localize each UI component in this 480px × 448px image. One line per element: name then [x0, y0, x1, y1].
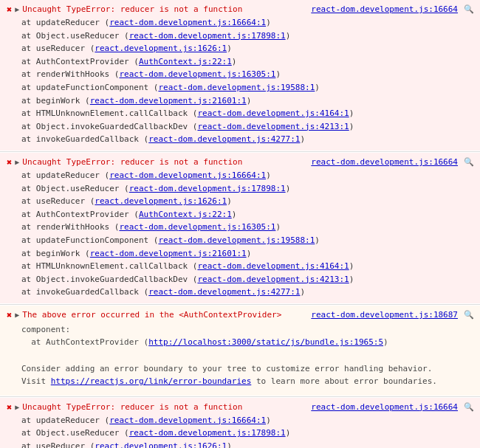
stack-line-1-1: at Object.useReducer (react-dom.developm…	[21, 30, 474, 43]
stack-link-2-2[interactable]: react.development.js:1626:1	[95, 196, 227, 206]
error-icon-2: ✖	[7, 157, 12, 168]
stack-line-1-6: at beginWork (react-dom.development.js:2…	[21, 94, 474, 108]
stack-link-1-4[interactable]: react-dom.development.js:16305:1	[119, 69, 275, 79]
stack-trace-3: at updateReducer (react-dom.development.…	[7, 414, 474, 448]
stack-link-2-8[interactable]: react-dom.development.js:4213:1	[197, 275, 349, 284]
error-title-2: Uncaught TypeError: reducer is not a fun…	[22, 157, 308, 167]
stack-line-1-4: at renderWithHooks (react-dom.developmen…	[21, 68, 474, 81]
stack-link-1-9[interactable]: react-dom.development.js:4277:1	[148, 134, 300, 144]
stack-link-2-7[interactable]: react-dom.development.js:4164:1	[197, 261, 349, 271]
info-stack-line: at AuthContextProvider (http://localhost…	[21, 337, 388, 347]
error-icon-3: ✖	[7, 402, 12, 413]
stack-line-1-3: at AuthContextProvider (AuthContext.js:2…	[21, 55, 474, 69]
stack-link-1-6[interactable]: react-dom.development.js:21601:1	[90, 96, 247, 106]
advice-text-1: Consider adding an error boundary to you…	[21, 364, 432, 373]
stack-line-2-3: at AuthContextProvider (AuthContext.js:2…	[21, 208, 474, 221]
stack-link-2-6[interactable]: react-dom.development.js:21601:1	[90, 249, 247, 258]
info-title: The above error occurred in the <AuthCon…	[22, 310, 308, 320]
stack-link-1-5[interactable]: react-dom.development.js:19588:1	[158, 83, 315, 92]
collapse-triangle-1[interactable]: ▶	[15, 5, 19, 13]
bundle-link[interactable]: http://localhost:3000/static/js/bundle.j…	[148, 337, 383, 347]
stack-link-3-0[interactable]: react-dom.development.js:16664:1	[109, 416, 266, 425]
console-panel: ✖ ▶ Uncaught TypeError: reducer is not a…	[0, 0, 480, 448]
collapse-triangle-info[interactable]: ▶	[15, 311, 19, 319]
error-icon-info: ✖	[7, 310, 12, 320]
info-source-link[interactable]: react-dom.development.js:18687	[311, 310, 458, 320]
stack-line-1-2: at useReducer (react.development.js:1626…	[21, 42, 474, 55]
collapse-triangle-2[interactable]: ▶	[15, 158, 19, 166]
stack-line-2-7: at HTMLUnknownElement.callCallback (reac…	[21, 260, 474, 273]
stack-line-2-5: at updateFunctionComponent (react-dom.de…	[21, 234, 474, 247]
collapse-triangle-3[interactable]: ▶	[15, 403, 19, 411]
divider-3	[0, 396, 480, 397]
error-source-link-1[interactable]: react-dom.development.js:16664	[311, 4, 458, 14]
stack-line-1-8: at Object.invokeGuardedCallbackDev (reac…	[21, 120, 474, 134]
stack-link-2-5[interactable]: react-dom.development.js:19588:1	[158, 235, 315, 245]
stack-link-1-0[interactable]: react-dom.development.js:16664:1	[109, 18, 266, 27]
stack-line-2-8: at Object.invokeGuardedCallbackDev (reac…	[21, 273, 474, 286]
stack-link-3-1[interactable]: react-dom.development.js:17898:1	[129, 428, 286, 438]
stack-link-1-3[interactable]: AuthContext.js:22:1	[139, 57, 232, 66]
stack-link-3-2[interactable]: react.development.js:1626:1	[95, 441, 227, 448]
stack-link-1-2[interactable]: react.development.js:1626:1	[95, 44, 227, 53]
error-block-2: ✖ ▶ Uncaught TypeError: reducer is not a…	[0, 153, 480, 303]
info-block-1: ✖ ▶ The above error occurred in the <Aut…	[0, 306, 480, 396]
stack-link-2-0[interactable]: react-dom.development.js:16664:1	[109, 170, 266, 180]
error-source-link-3[interactable]: react-dom.development.js:16664	[311, 402, 458, 412]
error-source-link-2[interactable]: react-dom.development.js:16664	[311, 157, 458, 167]
info-body: component: at AuthContextProvider (http:…	[7, 320, 474, 391]
stack-line-1-9: at invokeGuardedCallback (react-dom.deve…	[21, 133, 474, 146]
stack-link-1-1[interactable]: react-dom.development.js:17898:1	[129, 31, 286, 41]
component-label: component:	[21, 325, 70, 334]
error-icon-1: ✖	[7, 4, 12, 15]
stack-link-1-7[interactable]: react-dom.development.js:4164:1	[197, 108, 349, 118]
stack-link-2-1[interactable]: react-dom.development.js:17898:1	[129, 184, 286, 193]
divider-2	[0, 304, 480, 305]
stack-line-3-2: at useReducer (react.development.js:1626…	[21, 440, 474, 448]
error-block-3: ✖ ▶ Uncaught TypeError: reducer is not a…	[0, 398, 480, 448]
stack-line-2-9: at invokeGuardedCallback (react-dom.deve…	[21, 286, 474, 299]
stack-line-2-2: at useReducer (react.development.js:1626…	[21, 195, 474, 208]
stack-link-2-4[interactable]: react-dom.development.js:16305:1	[119, 222, 275, 232]
stack-link-2-3[interactable]: AuthContext.js:22:1	[139, 210, 232, 219]
advice-suffix: to learn more about error boundaries.	[251, 376, 437, 386]
stack-line-1-0: at updateReducer (react-dom.development.…	[21, 16, 474, 30]
search-icon-info[interactable]: 🔍	[464, 310, 474, 320]
error-block-1: ✖ ▶ Uncaught TypeError: reducer is not a…	[0, 0, 480, 151]
stack-line-2-1: at Object.useReducer (react-dom.developm…	[21, 182, 474, 196]
stack-trace-1: at updateReducer (react-dom.development.…	[7, 16, 474, 146]
stack-line-3-1: at Object.useReducer (react-dom.developm…	[21, 427, 474, 440]
stack-line-2-4: at renderWithHooks (react-dom.developmen…	[21, 221, 474, 234]
stack-line-1-5: at updateFunctionComponent (react-dom.de…	[21, 81, 474, 94]
stack-line-3-0: at updateReducer (react-dom.development.…	[21, 414, 474, 427]
search-icon-2[interactable]: 🔍	[464, 157, 474, 167]
stack-line-2-0: at updateReducer (react-dom.development.…	[21, 169, 474, 182]
error-title-3: Uncaught TypeError: reducer is not a fun…	[22, 402, 308, 412]
stack-trace-2: at updateReducer (react-dom.development.…	[7, 169, 474, 299]
divider-1	[0, 151, 480, 152]
stack-link-1-8[interactable]: react-dom.development.js:4213:1	[197, 122, 349, 131]
search-icon-1[interactable]: 🔍	[464, 4, 474, 14]
search-icon-3[interactable]: 🔍	[464, 402, 474, 412]
error-boundaries-link[interactable]: https://reactjs.org/link/error-boundarie…	[51, 376, 252, 386]
stack-line-1-7: at HTMLUnknownElement.callCallback (reac…	[21, 107, 474, 120]
error-title-1: Uncaught TypeError: reducer is not a fun…	[22, 4, 308, 14]
stack-line-2-6: at beginWork (react-dom.development.js:2…	[21, 247, 474, 261]
advice-text-2: Visit https://reactjs.org/link/error-bou…	[21, 376, 437, 386]
stack-link-2-9[interactable]: react-dom.development.js:4277:1	[148, 287, 300, 297]
